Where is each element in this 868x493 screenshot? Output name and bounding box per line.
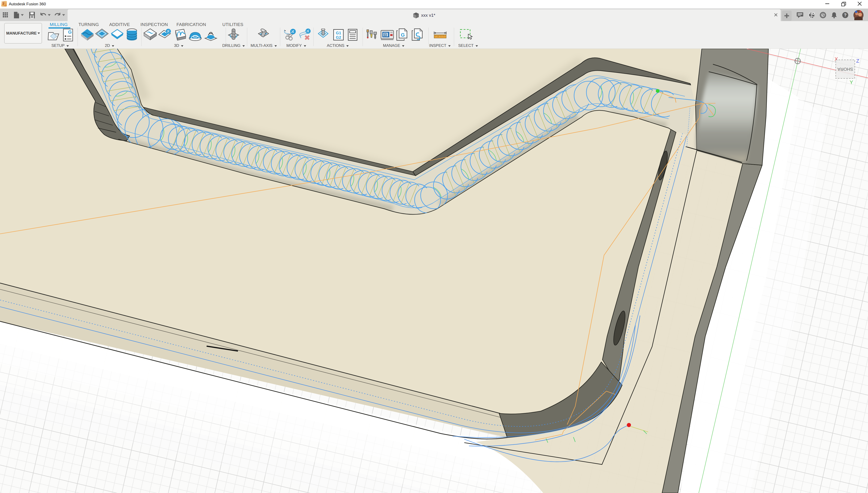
- svg-text:G: G: [401, 32, 405, 38]
- svg-text:G1: G1: [336, 31, 341, 35]
- svg-text:?: ?: [844, 13, 847, 17]
- svg-text:G: G: [68, 29, 72, 35]
- svg-text:SHORA: SHORA: [838, 67, 853, 72]
- svg-text:Z: Z: [856, 58, 859, 64]
- svg-text:G2: G2: [336, 35, 341, 40]
- svg-text:Y: Y: [850, 79, 853, 85]
